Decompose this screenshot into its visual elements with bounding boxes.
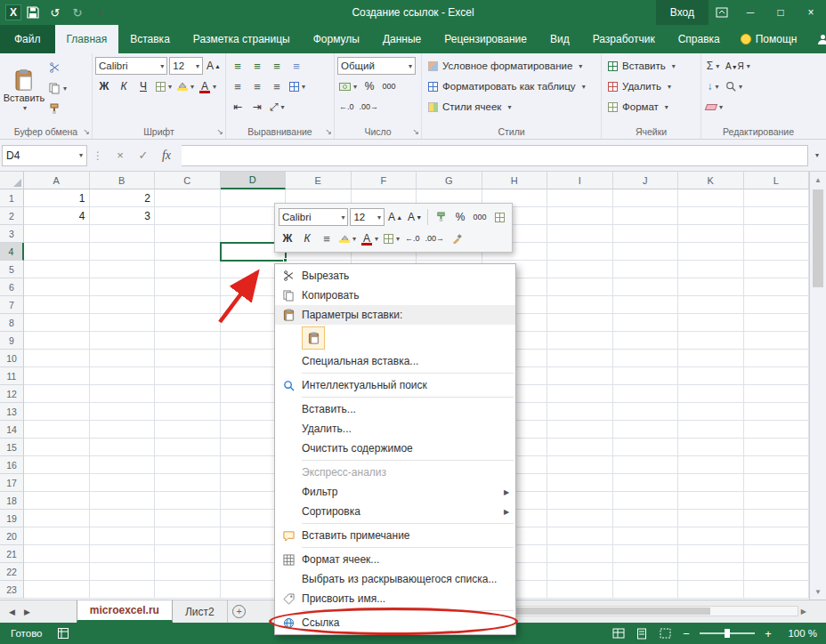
cell-b7[interactable] <box>90 296 156 314</box>
cell-b20[interactable] <box>90 527 156 545</box>
cell-c6[interactable] <box>155 278 221 296</box>
decrease-decimal-button[interactable]: .00→ <box>358 98 381 116</box>
mini-bold-button[interactable]: Ж <box>279 229 296 247</box>
context-menu-item-link[interactable]: Ссылка <box>275 613 515 632</box>
align-center-button[interactable]: ≡ <box>248 77 266 95</box>
cell-k21[interactable] <box>678 545 744 563</box>
page-layout-view-button[interactable] <box>634 626 650 640</box>
paste-option-paste-keep-formatting[interactable] <box>302 326 325 350</box>
cell-c9[interactable] <box>155 332 221 350</box>
cell-j15[interactable] <box>613 439 679 456</box>
macro-record-button[interactable] <box>53 628 73 639</box>
cell-a12[interactable] <box>24 385 90 403</box>
font-color-button[interactable]: А▾ <box>198 77 218 95</box>
cell-j11[interactable] <box>613 367 679 385</box>
context-menu-item-define-name[interactable]: Присвоить имя... <box>275 589 515 608</box>
row-header-22[interactable]: 22 <box>0 563 24 581</box>
cell-c12[interactable] <box>155 385 221 403</box>
horizontal-scrollbar[interactable]: ◀ ▶ <box>485 604 806 618</box>
name-box-resize-handle[interactable]: ⋮ <box>87 149 109 162</box>
cell-i6[interactable] <box>547 278 613 296</box>
cell-a20[interactable] <box>24 527 90 545</box>
tab-рецензирование[interactable]: Рецензирование <box>433 25 539 53</box>
formula-input[interactable] <box>182 145 808 166</box>
cell-l2[interactable] <box>744 207 810 225</box>
cell-i12[interactable] <box>547 385 613 403</box>
context-menu-item-delete[interactable]: Удалить... <box>275 419 515 439</box>
mini-decrease-decimal-button[interactable]: .00→ <box>424 229 447 247</box>
column-header-k[interactable]: K <box>678 172 744 189</box>
autosum-button[interactable]: Σ▾ <box>704 57 722 75</box>
sheet-tab-microexcel-ru[interactable]: microexcel.ru <box>77 600 173 623</box>
tab-разработчик[interactable]: Разработчик <box>581 25 667 53</box>
column-header-h[interactable]: H <box>482 172 548 189</box>
select-all-corner[interactable] <box>0 172 24 189</box>
row-header-10[interactable]: 10 <box>0 350 24 367</box>
column-header-g[interactable]: G <box>417 172 482 189</box>
cell-k18[interactable] <box>678 492 744 510</box>
cell-b22[interactable] <box>90 563 156 581</box>
context-menu-item-sort[interactable]: Сортировка▶ <box>275 502 515 521</box>
cell-l23[interactable] <box>744 581 810 599</box>
cell-l13[interactable] <box>744 403 810 421</box>
row-header-12[interactable]: 12 <box>0 385 24 403</box>
column-header-l[interactable]: L <box>744 172 810 189</box>
cell-j10[interactable] <box>613 350 679 367</box>
cell-j1[interactable] <box>613 189 679 207</box>
cell-l6[interactable] <box>744 278 810 296</box>
cell-i11[interactable] <box>547 367 613 385</box>
context-menu-item-insert-comment[interactable]: Вставить примечание <box>275 526 515 545</box>
cell-b6[interactable] <box>90 278 156 296</box>
cell-i7[interactable] <box>547 296 613 314</box>
tell-me-assistant[interactable]: Помощн <box>732 25 806 53</box>
cell-b10[interactable] <box>90 350 156 367</box>
increase-indent-button[interactable]: ⇥ <box>248 98 266 116</box>
cell-j21[interactable] <box>613 545 679 563</box>
cell-l19[interactable] <box>744 510 810 527</box>
cell-i4[interactable] <box>547 243 613 261</box>
alignment-dialog-launcher[interactable]: ↘ <box>325 127 332 136</box>
cell-j22[interactable] <box>613 563 679 581</box>
scroll-right-button[interactable]: ▶ <box>801 608 806 616</box>
percent-style-button[interactable]: % <box>360 77 378 95</box>
row-header-18[interactable]: 18 <box>0 492 24 510</box>
borders-button[interactable]: ▾ <box>154 77 174 95</box>
cell-b16[interactable] <box>90 456 156 474</box>
context-menu-item-smart-lookup[interactable]: Интеллектуальный поиск <box>275 375 515 395</box>
cell-a1[interactable]: 1 <box>24 189 90 207</box>
vertical-scrollbar[interactable]: ▲ ▼ <box>809 172 826 600</box>
cell-i3[interactable] <box>547 225 613 243</box>
cell-b21[interactable] <box>90 545 156 563</box>
cell-a22[interactable] <box>24 563 90 581</box>
cell-b12[interactable] <box>90 385 156 403</box>
cell-c2[interactable] <box>155 207 221 225</box>
context-menu-item-pick-from-list[interactable]: Выбрать из раскрывающегося списка... <box>275 569 515 589</box>
cell-k6[interactable] <box>678 278 744 296</box>
page-break-preview-button[interactable] <box>657 626 673 640</box>
context-menu-item-copy[interactable]: Копировать <box>275 286 515 305</box>
cell-k2[interactable] <box>678 207 744 225</box>
cell-a7[interactable] <box>24 296 90 314</box>
cell-j18[interactable] <box>613 492 679 510</box>
row-header-23[interactable]: 23 <box>0 581 24 599</box>
cell-a14[interactable] <box>24 421 90 439</box>
row-header-6[interactable]: 6 <box>0 278 24 296</box>
cell-c8[interactable] <box>155 314 221 332</box>
column-header-f[interactable]: F <box>352 172 417 189</box>
underline-button[interactable]: Ч <box>134 77 152 95</box>
cell-c22[interactable] <box>155 563 221 581</box>
column-header-d[interactable]: D <box>221 172 287 189</box>
cell-c18[interactable] <box>155 492 221 510</box>
cell-a19[interactable] <box>24 510 90 527</box>
minimize-button[interactable]: ─ <box>735 0 765 25</box>
cell-i20[interactable] <box>547 527 613 545</box>
zoom-out-button[interactable]: − <box>680 627 692 640</box>
cell-c21[interactable] <box>155 545 221 563</box>
cell-l12[interactable] <box>744 385 810 403</box>
sort-filter-button[interactable]: А▼Я▾ <box>724 57 752 75</box>
name-box[interactable]: D4▾ <box>2 145 87 166</box>
cell-c3[interactable] <box>155 225 221 243</box>
zoom-in-button[interactable]: + <box>762 627 774 640</box>
cell-c20[interactable] <box>155 527 221 545</box>
cell-l3[interactable] <box>744 225 810 243</box>
